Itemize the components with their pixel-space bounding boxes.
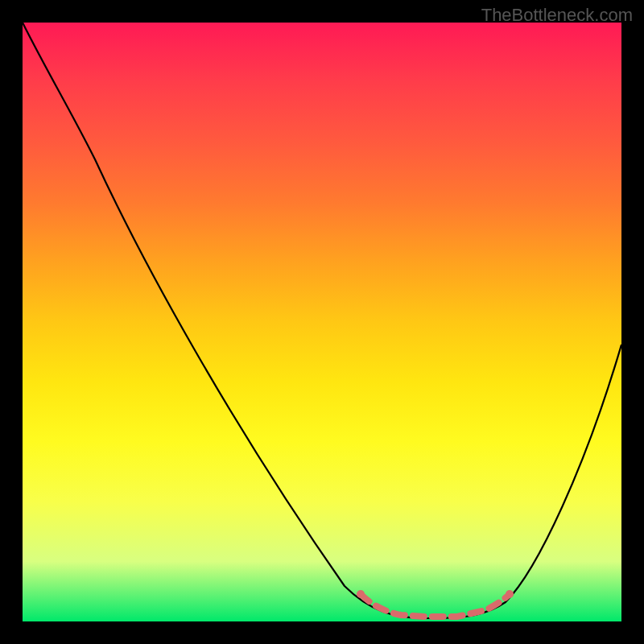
bottleneck-curve: [23, 23, 621, 618]
optimal-range-start-icon: [357, 590, 365, 598]
optimal-range-marker: [361, 594, 510, 617]
watermark-text: TheBottleneck.com: [481, 5, 633, 26]
plot-area: [23, 23, 621, 621]
bottleneck-chart: [23, 23, 621, 621]
optimal-range-end-icon: [506, 590, 514, 598]
